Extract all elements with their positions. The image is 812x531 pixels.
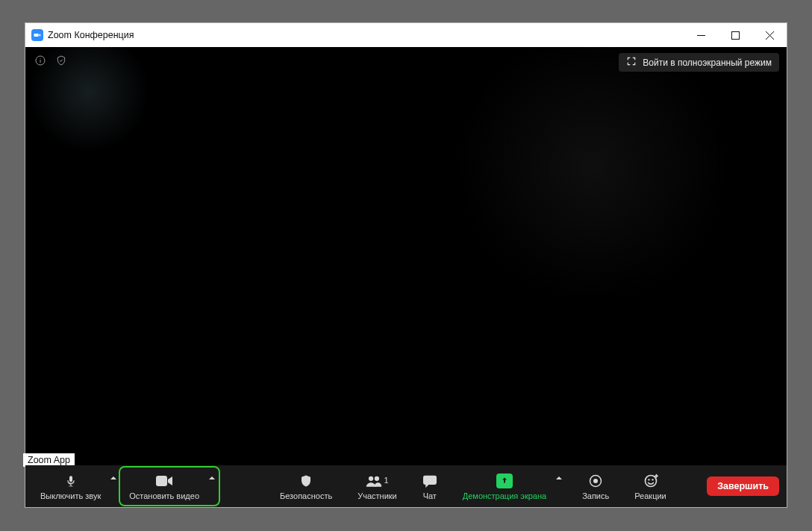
audio-options-caret[interactable]: [108, 468, 119, 504]
mute-combo: Выключить звук: [33, 468, 119, 504]
security-label: Безопасность: [280, 491, 332, 500]
video-combo: Остановить видео: [122, 468, 217, 504]
share-label: Демонстрация экрана: [463, 491, 546, 500]
chat-label: Чат: [423, 491, 437, 500]
video-camera-icon: [155, 473, 173, 489]
participants-label: Участники: [357, 491, 397, 500]
stop-video-button[interactable]: Остановить видео: [122, 468, 207, 504]
fullscreen-label: Войти в полноэкранный режим: [643, 58, 772, 68]
window-controls: [684, 23, 787, 47]
end-label: Завершить: [717, 481, 769, 491]
svg-point-16: [652, 479, 653, 480]
security-button[interactable]: Безопасность: [272, 468, 340, 504]
svg-point-11: [375, 476, 379, 480]
mute-label: Выключить звук: [40, 491, 101, 500]
close-button[interactable]: [752, 23, 787, 47]
minimize-button[interactable]: [684, 23, 718, 47]
meeting-info-icon[interactable]: [34, 55, 46, 69]
svg-point-10: [369, 476, 373, 480]
microphone-icon: [65, 473, 77, 489]
window-title: Zoom Конференция: [48, 30, 134, 40]
chat-button[interactable]: Чат: [415, 468, 445, 504]
reactions-button[interactable]: Реакции: [627, 468, 674, 504]
enter-fullscreen-button[interactable]: Войти в полноэкранный режим: [619, 53, 779, 72]
shield-icon: [299, 473, 313, 489]
video-label: Остановить видео: [129, 491, 199, 500]
meeting-toolbar: Выключить звук Остановить видео: [25, 465, 787, 507]
svg-rect-8: [69, 485, 72, 486]
share-combo: Демонстрация экрана: [455, 468, 564, 504]
app-window: Zoom Конференция: [25, 22, 787, 508]
participants-icon: 1: [366, 473, 388, 489]
titlebar: Zoom Конференция: [25, 23, 787, 47]
share-options-caret[interactable]: [554, 468, 564, 504]
mute-button[interactable]: Выключить звук: [33, 468, 108, 504]
chat-icon: [422, 473, 437, 489]
svg-point-14: [645, 475, 656, 486]
svg-rect-1: [731, 31, 739, 39]
end-meeting-button[interactable]: Завершить: [707, 476, 779, 496]
svg-rect-7: [70, 484, 71, 485]
record-icon: [589, 473, 602, 489]
zoom-app-icon: [31, 29, 43, 41]
toolbar-center: Безопасность 1 Участники Чат: [272, 468, 674, 504]
reactions-label: Реакции: [634, 491, 666, 500]
participants-button[interactable]: 1 Участники: [350, 468, 405, 504]
video-button-highlight: Остановить видео: [119, 466, 220, 506]
share-screen-icon: [496, 473, 513, 489]
maximize-button[interactable]: [718, 23, 752, 47]
encryption-shield-icon[interactable]: [55, 55, 67, 69]
svg-rect-9: [156, 476, 167, 486]
record-button[interactable]: Запись: [575, 468, 616, 504]
video-area: Войти в полноэкранный режим Zoom App: [25, 47, 787, 465]
titlebar-left: Zoom Конференция: [31, 29, 134, 41]
fullscreen-icon: [626, 56, 637, 69]
top-left-icons: [34, 55, 67, 69]
participants-count: 1: [384, 476, 388, 485]
svg-point-15: [648, 479, 649, 480]
share-screen-button[interactable]: Демонстрация экрана: [455, 468, 554, 504]
record-label: Запись: [582, 491, 609, 500]
reactions-icon: [643, 473, 658, 489]
svg-point-13: [593, 479, 598, 483]
video-options-caret[interactable]: [207, 468, 217, 504]
